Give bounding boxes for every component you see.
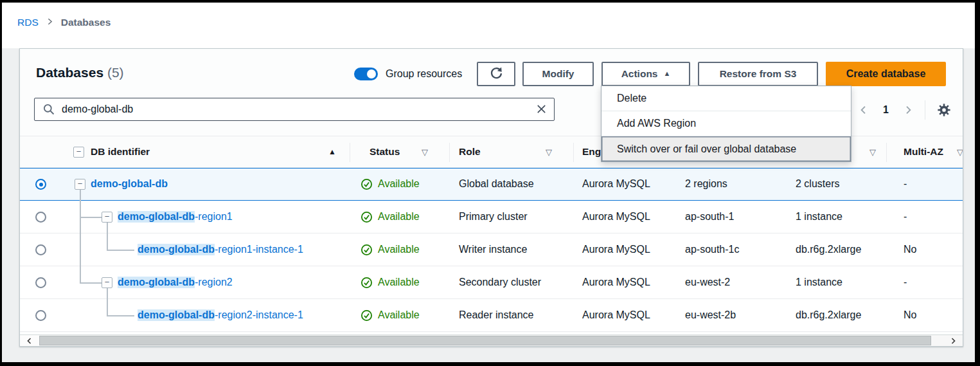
- table-row: −demo-global-dbAvailableGlobal databaseA…: [20, 168, 963, 201]
- gear-icon[interactable]: [931, 103, 958, 117]
- cell-engine: Aurora MySQL: [582, 266, 650, 298]
- cell-region: ap-south-1c: [685, 233, 740, 266]
- select-all-checkbox[interactable]: −: [73, 147, 84, 158]
- cell-region: eu-west-2b: [685, 299, 736, 331]
- panel-title: Databases (5): [36, 65, 124, 80]
- breadcrumb-bar: [0, 0, 980, 48]
- menu-item[interactable]: Switch over or fail over global database: [601, 136, 851, 161]
- cell-size: 2 clusters: [796, 168, 839, 200]
- next-page-icon[interactable]: [896, 105, 920, 115]
- filter-icon[interactable]: ▽: [546, 136, 552, 167]
- page-number[interactable]: 1: [875, 104, 896, 116]
- cell-region: 2 regions: [685, 168, 727, 200]
- db-identifier-link[interactable]: demo-global-db-region2-instance-1: [138, 299, 303, 331]
- cell-status: Available: [361, 168, 420, 200]
- cell-status: Available: [361, 266, 420, 298]
- filter-icon[interactable]: ▽: [957, 136, 963, 167]
- actions-menu: DeleteAdd AWS RegionSwitch over or fail …: [601, 86, 851, 162]
- cell-region: ap-south-1: [685, 201, 735, 233]
- header-divider: [350, 143, 350, 162]
- cell-multi-az: -: [904, 266, 907, 298]
- refresh-button[interactable]: [477, 62, 515, 86]
- refresh-icon: [489, 66, 504, 83]
- clear-search-icon[interactable]: [536, 104, 547, 116]
- search-input[interactable]: [34, 98, 555, 121]
- db-identifier-link[interactable]: demo-global-db-region1: [118, 201, 233, 233]
- db-identifier-match: demo-global-db: [118, 277, 195, 288]
- tree-connector: [80, 282, 102, 284]
- tree-connector: [80, 190, 81, 201]
- tree-connector: [80, 233, 81, 266]
- cell-engine: Aurora MySQL: [582, 299, 650, 331]
- row-radio[interactable]: [35, 310, 46, 321]
- check-circle-icon: [361, 178, 373, 190]
- expand-toggle-icon[interactable]: −: [102, 212, 112, 223]
- cell-status: Available: [361, 201, 420, 233]
- table-row: demo-global-db-region1-instance-1Availab…: [20, 233, 963, 266]
- db-identifier-suffix: -region1: [195, 211, 233, 223]
- row-radio[interactable]: [35, 212, 46, 223]
- create-database-button[interactable]: Create database: [826, 62, 946, 86]
- row-radio[interactable]: [35, 179, 46, 190]
- db-identifier-suffix: -region1-instance-1: [215, 244, 303, 255]
- db-identifier-match: demo-global-db: [138, 244, 215, 255]
- db-identifier-match: demo-global-db: [118, 211, 195, 223]
- row-radio[interactable]: [35, 244, 46, 255]
- scroll-right-icon[interactable]: [943, 335, 963, 346]
- cell-multi-az: -: [904, 168, 907, 200]
- column-multi-az[interactable]: Multi-AZ: [904, 136, 943, 167]
- filter-icon[interactable]: ▽: [869, 136, 876, 167]
- column-db-identifier[interactable]: DB identifier: [91, 136, 150, 167]
- tree-connector: [80, 266, 81, 283]
- table-row: −demo-global-db-region1AvailablePrimary …: [20, 201, 963, 233]
- scrollbar-thumb[interactable]: [39, 336, 931, 345]
- cell-multi-az: No: [904, 233, 916, 266]
- tree-connector: [107, 250, 134, 251]
- check-circle-icon: [361, 244, 373, 256]
- db-identifier-match: demo-global-db: [91, 178, 168, 190]
- cell-multi-az: -: [904, 201, 907, 233]
- previous-page-icon[interactable]: [852, 105, 875, 115]
- cell-size: db.r6g.2xlarge: [796, 233, 861, 266]
- row-radio[interactable]: [35, 277, 46, 288]
- tree-connector: [107, 233, 108, 250]
- db-identifier-link[interactable]: demo-global-db: [91, 168, 168, 200]
- scroll-left-icon[interactable]: [20, 335, 39, 346]
- cell-engine: Aurora MySQL: [582, 201, 650, 233]
- actions-button[interactable]: Actions ▲: [601, 62, 690, 86]
- cell-status: Available: [361, 299, 420, 331]
- chevron-right-icon: [46, 17, 54, 28]
- expand-toggle-icon[interactable]: −: [102, 277, 112, 288]
- cell-engine: Aurora MySQL: [582, 233, 650, 266]
- menu-item[interactable]: Add AWS Region: [601, 111, 851, 136]
- horizontal-scrollbar[interactable]: [20, 334, 963, 346]
- modify-button[interactable]: Modify: [522, 62, 594, 86]
- db-identifier-link[interactable]: demo-global-db-region1-instance-1: [138, 233, 303, 266]
- db-identifier-match: demo-global-db: [138, 309, 215, 321]
- breadcrumb: RDS Databases: [17, 17, 111, 28]
- cell-role: Secondary cluster: [459, 266, 541, 298]
- breadcrumb-link-rds[interactable]: RDS: [17, 17, 39, 28]
- search-icon: [42, 103, 55, 118]
- cell-role: Writer instance: [459, 233, 527, 266]
- menu-item[interactable]: Delete: [601, 86, 851, 111]
- tree-connector: [107, 299, 108, 315]
- db-identifier-link[interactable]: demo-global-db-region2: [118, 266, 233, 298]
- cell-size: 1 instance: [796, 266, 842, 298]
- filter-icon[interactable]: ▽: [422, 136, 428, 167]
- column-status[interactable]: Status: [370, 136, 400, 167]
- expand-toggle-icon[interactable]: −: [75, 179, 85, 190]
- sort-asc-icon[interactable]: ▲: [328, 136, 336, 167]
- group-resources-toggle[interactable]: [354, 68, 378, 80]
- header-divider: [449, 143, 450, 162]
- table-row: demo-global-db-region2-instance-1Availab…: [20, 299, 963, 332]
- column-role[interactable]: Role: [459, 136, 481, 167]
- panel-title-text: Databases: [36, 65, 103, 80]
- cell-size: db.r6g.2xlarge: [796, 299, 861, 331]
- cell-engine: Aurora MySQL: [582, 168, 650, 200]
- check-circle-icon: [361, 277, 373, 289]
- restore-from-s3-button[interactable]: Restore from S3: [698, 62, 818, 86]
- tree-connector: [107, 288, 108, 299]
- check-circle-icon: [361, 211, 373, 223]
- search-wrap: [34, 98, 555, 121]
